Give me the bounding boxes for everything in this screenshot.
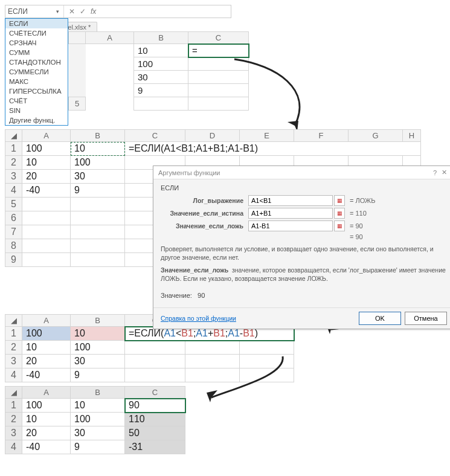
help-icon[interactable]: ? xyxy=(431,169,439,176)
function-dropdown[interactable]: ЕСЛИ СЧЁТЕСЛИ СРЗНАЧ СУММ СТАНДОТКЛОН СУ… xyxy=(5,18,68,126)
row-header[interactable]: 9 xyxy=(5,253,22,267)
cancel-button[interactable]: Отмена xyxy=(405,312,447,325)
col-header[interactable]: B xyxy=(71,130,125,142)
dropdown-item[interactable]: СЧЁТ xyxy=(5,96,68,106)
dropdown-item[interactable]: СУММЕСЛИ xyxy=(5,67,68,77)
col-header[interactable]: C xyxy=(125,130,185,142)
col-header[interactable]: B xyxy=(71,315,125,327)
col-header[interactable]: C xyxy=(125,387,185,399)
formula-cancel-icon[interactable]: ✕ xyxy=(66,7,77,16)
select-all-corner[interactable] xyxy=(69,32,86,44)
col-header[interactable]: A xyxy=(86,32,134,44)
arg-input[interactable] xyxy=(248,220,333,231)
dropdown-item[interactable]: СУММ xyxy=(5,48,68,57)
dropdown-item[interactable]: СТАНДОТКЛОН xyxy=(5,57,68,67)
dialog-titlebar[interactable]: Аргументы функции ? ✕ xyxy=(153,166,450,179)
row-header[interactable]: 2 xyxy=(5,341,22,355)
row-header[interactable]: 1 xyxy=(5,399,22,413)
col-header[interactable]: C xyxy=(188,32,249,44)
fx-label[interactable]: fx xyxy=(88,7,98,16)
cell[interactable]: 10 xyxy=(134,44,188,57)
dropdown-item[interactable]: SIN xyxy=(5,106,68,115)
row-header[interactable]: 3 xyxy=(5,170,22,184)
cell[interactable]: 30 xyxy=(134,71,188,84)
close-icon[interactable]: ✕ xyxy=(439,169,449,176)
row-header[interactable]: 1 xyxy=(5,327,22,341)
select-all-corner[interactable]: ◢ xyxy=(5,315,22,327)
cell[interactable]: 9 xyxy=(71,184,125,198)
col-header[interactable]: F xyxy=(294,130,349,142)
cell[interactable] xyxy=(86,44,134,57)
row-header[interactable]: 3 xyxy=(5,355,22,368)
cell[interactable]: 100 xyxy=(22,327,71,341)
grid-1[interactable]: A B C 10 = 100 30 9 5 xyxy=(68,31,249,111)
cell[interactable]: -40 xyxy=(22,368,71,382)
col-header[interactable]: A xyxy=(22,130,71,142)
col-header[interactable]: G xyxy=(349,130,403,142)
cell[interactable]: -40 xyxy=(22,184,71,198)
cell[interactable]: 9 xyxy=(134,84,188,97)
cell-result[interactable]: -31 xyxy=(125,440,185,454)
formula-accept-icon[interactable]: ✓ xyxy=(77,7,88,16)
namebox-arrow-icon[interactable]: ▾ xyxy=(54,8,61,14)
row-header[interactable]: 1 xyxy=(5,142,22,156)
dropdown-item[interactable]: МАКС xyxy=(5,77,68,86)
row-header[interactable]: 4 xyxy=(5,440,22,454)
col-header[interactable]: E xyxy=(240,130,294,142)
row-header[interactable]: 2 xyxy=(5,413,22,426)
cell[interactable]: -40 xyxy=(22,440,71,454)
cell[interactable]: 10 xyxy=(71,142,125,156)
cell[interactable]: 20 xyxy=(22,170,71,184)
arg-input[interactable] xyxy=(248,208,333,219)
cell[interactable]: 100 xyxy=(134,57,188,71)
col-header[interactable]: A xyxy=(22,315,71,327)
row-header[interactable]: 5 xyxy=(69,97,86,111)
col-header[interactable]: D xyxy=(185,130,240,142)
row-header[interactable]: 6 xyxy=(5,211,22,225)
grid-4[interactable]: ◢ A B C 1 100 10 90 2 10 100 110 3 20 30… xyxy=(5,386,185,454)
row-header[interactable]: 4 xyxy=(5,184,22,198)
cell[interactable]: 100 xyxy=(22,399,71,413)
col-header[interactable]: H xyxy=(403,130,421,142)
cell[interactable]: 10 xyxy=(71,327,125,341)
cell[interactable]: 20 xyxy=(22,355,71,368)
name-box[interactable]: ЕСЛИ xyxy=(5,5,54,18)
cell-result[interactable]: 110 xyxy=(125,413,185,426)
cell[interactable]: 20 xyxy=(22,426,71,440)
dropdown-item[interactable]: ЕСЛИ xyxy=(5,19,68,28)
col-header[interactable]: A xyxy=(22,387,71,399)
cell[interactable]: 100 xyxy=(71,156,125,170)
cell[interactable]: 10 xyxy=(71,399,125,413)
row-header[interactable]: 3 xyxy=(5,426,22,440)
dropdown-item[interactable]: СЧЁТЕСЛИ xyxy=(5,28,68,38)
row-header[interactable]: 4 xyxy=(5,368,22,382)
row-header[interactable]: 5 xyxy=(5,198,22,211)
cell[interactable]: 30 xyxy=(71,170,125,184)
cell[interactable]: 10 xyxy=(22,341,71,355)
cell-result[interactable]: 50 xyxy=(125,426,185,440)
range-picker-icon[interactable]: ▦ xyxy=(334,195,345,206)
cell[interactable]: 10 xyxy=(22,156,71,170)
range-picker-icon[interactable]: ▦ xyxy=(334,220,345,231)
cell[interactable]: 30 xyxy=(71,355,125,368)
cell[interactable]: 9 xyxy=(71,368,125,382)
help-link[interactable]: Справка по этой функции xyxy=(161,315,236,322)
cell[interactable]: 30 xyxy=(71,426,125,440)
col-header[interactable]: B xyxy=(71,387,125,399)
cell[interactable]: 100 xyxy=(71,413,125,426)
cell-active[interactable]: = xyxy=(188,44,249,57)
row-header[interactable] xyxy=(69,44,86,57)
dropdown-item[interactable]: СРЗНАЧ xyxy=(5,38,68,48)
select-all-corner[interactable]: ◢ xyxy=(5,387,22,399)
range-picker-icon[interactable]: ▦ xyxy=(334,208,345,219)
cell[interactable]: 9 xyxy=(71,440,125,454)
cell[interactable] xyxy=(188,57,249,71)
arg-input[interactable] xyxy=(248,195,333,206)
col-header[interactable]: B xyxy=(134,32,188,44)
cell-result[interactable]: 90 xyxy=(125,399,185,413)
select-all-corner[interactable]: ◢ xyxy=(5,130,22,142)
cell-formula[interactable]: =ЕСЛИ(A1<B1;A1+B1;A1-B1) xyxy=(125,142,421,156)
row-header[interactable]: 8 xyxy=(5,239,22,253)
cell[interactable]: 10 xyxy=(22,413,71,426)
dropdown-item[interactable]: Другие функц. xyxy=(5,115,68,125)
